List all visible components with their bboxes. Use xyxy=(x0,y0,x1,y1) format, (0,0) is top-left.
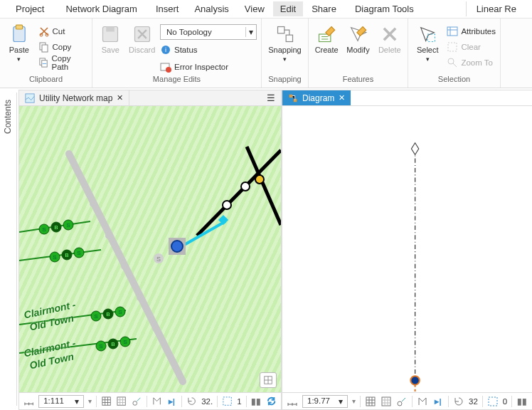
select-button[interactable]: Select ▾ xyxy=(413,21,442,63)
copy-path-button[interactable]: Copy Path xyxy=(38,56,88,70)
close-icon[interactable]: ✕ xyxy=(117,93,123,102)
snapping-toggle-icon[interactable] xyxy=(396,396,408,407)
discard-button[interactable]: Discard xyxy=(129,21,156,54)
attributes-button[interactable]: Attributes xyxy=(447,24,496,38)
menu-network-diagram[interactable]: Network Diagram xyxy=(55,1,147,16)
correction-icon[interactable] xyxy=(417,396,428,407)
chevron-down-icon: ▾ xyxy=(426,56,430,63)
menu-project[interactable]: Project xyxy=(6,1,54,16)
tab-diagram[interactable]: Diagram ✕ xyxy=(282,90,351,105)
next-icon[interactable]: ▸| xyxy=(166,396,177,407)
svg-rect-71 xyxy=(102,397,110,405)
menu-linear-ref[interactable]: Linear Re xyxy=(466,1,526,16)
menu-edit[interactable]: Edit xyxy=(273,1,303,16)
snapping-icon xyxy=(275,24,295,44)
snapping-toggle-icon[interactable] xyxy=(132,396,142,407)
diagram-tabbar: Diagram ✕ ☰ xyxy=(282,90,532,106)
svg-point-73 xyxy=(132,401,137,406)
zoom-to-icon xyxy=(447,57,458,68)
svg-text:S: S xyxy=(99,343,102,349)
svg-text:S: S xyxy=(123,339,127,345)
menu-analysis[interactable]: Analysis xyxy=(187,1,235,16)
pause-icon[interactable]: ▮▮ xyxy=(516,396,528,407)
scale-bar-icon[interactable] xyxy=(23,396,34,407)
clear-icon xyxy=(447,41,458,53)
select-icon xyxy=(417,24,437,44)
ribbon-group-snapping: Snapping ▾ Snapping xyxy=(262,19,309,88)
chevron-down-icon: ▾ xyxy=(17,56,21,63)
scale-input[interactable]: 1:9.77▾ xyxy=(302,395,348,408)
tab-menu-button[interactable]: ☰ xyxy=(261,93,281,103)
map-view-pane: Utility Network map ✕ ☰ xyxy=(18,90,282,410)
close-icon[interactable]: ✕ xyxy=(339,93,345,102)
contents-label: Contents xyxy=(3,100,13,134)
contents-panel-collapsed[interactable]: Contents xyxy=(0,93,17,406)
svg-text:S: S xyxy=(66,222,70,228)
copy-button[interactable]: Copy xyxy=(38,40,88,54)
zoom-to-button[interactable]: Zoom To xyxy=(447,56,496,70)
svg-point-28 xyxy=(121,263,128,270)
svg-point-16 xyxy=(166,67,171,73)
svg-point-78 xyxy=(410,376,419,384)
map-canvas[interactable]: S S B S S B S S B S xyxy=(19,106,281,392)
svg-point-30 xyxy=(152,325,159,332)
svg-point-39 xyxy=(171,241,183,252)
selection-count: 0 xyxy=(503,397,507,406)
chevron-down-icon: ▾ xyxy=(245,27,256,37)
svg-text:S: S xyxy=(94,313,97,320)
selection-count-icon[interactable] xyxy=(487,396,499,407)
scale-bar-icon[interactable] xyxy=(287,396,298,407)
menu-insert[interactable]: Insert xyxy=(149,1,186,16)
diagram-icon xyxy=(288,93,298,103)
attributes-icon xyxy=(447,26,458,37)
status-icon: i xyxy=(160,44,171,56)
rotation-left: 32 xyxy=(469,397,478,406)
error-inspector-button[interactable]: Error Inspector xyxy=(160,60,257,74)
cut-button[interactable]: Cut xyxy=(38,24,88,38)
svg-text:S: S xyxy=(156,256,161,263)
clear-button[interactable]: Clear xyxy=(447,40,496,54)
scale-input[interactable]: 1:111▾ xyxy=(38,395,84,408)
snapping-button[interactable]: Snapping ▾ xyxy=(266,21,304,63)
tab-menu-button[interactable]: ☰ xyxy=(528,93,532,103)
tab-utility-network-map[interactable]: Utility Network map ✕ xyxy=(19,90,129,105)
status-button[interactable]: i Status xyxy=(160,43,257,57)
pause-icon[interactable]: ▮▮ xyxy=(251,396,262,407)
topology-select[interactable]: No Topology ▾ xyxy=(160,24,257,40)
menu-view[interactable]: View xyxy=(238,1,272,16)
modify-button[interactable]: Modify xyxy=(344,21,371,54)
rotate-icon[interactable] xyxy=(453,396,464,407)
copy-path-icon xyxy=(38,57,49,68)
svg-point-29 xyxy=(137,294,144,301)
basemap-icon[interactable] xyxy=(365,396,376,407)
ribbon-group-features: Create Modify Delete Features xyxy=(309,19,408,88)
paste-button[interactable]: Paste ▾ xyxy=(4,21,34,63)
svg-point-82 xyxy=(398,401,402,406)
correction-icon[interactable] xyxy=(151,396,162,407)
ribbon: Paste ▾ Cut Copy Copy Path Clipboard xyxy=(0,19,532,88)
next-icon[interactable]: ▸| xyxy=(432,396,444,407)
copy-icon xyxy=(38,41,50,53)
refresh-icon[interactable] xyxy=(266,396,277,407)
svg-rect-18 xyxy=(286,35,292,41)
group-label-manage: Manage Edits xyxy=(97,75,257,86)
svg-text:B: B xyxy=(65,252,68,258)
svg-rect-5 xyxy=(42,45,48,52)
svg-point-26 xyxy=(90,200,97,207)
menu-share[interactable]: Share xyxy=(304,1,344,16)
grid-icon[interactable] xyxy=(381,396,392,407)
diagram-canvas[interactable] xyxy=(282,106,532,392)
create-button[interactable]: Create xyxy=(313,21,340,54)
svg-rect-80 xyxy=(366,397,375,406)
modify-icon xyxy=(348,24,368,44)
map-overlay-button[interactable] xyxy=(260,372,277,388)
svg-text:B: B xyxy=(106,311,110,317)
selection-count-icon[interactable] xyxy=(222,396,233,407)
rotate-icon[interactable] xyxy=(186,396,197,407)
save-button[interactable]: Save xyxy=(97,21,124,54)
menu-diagram-tools[interactable]: Diagram Tools xyxy=(345,1,424,16)
svg-text:S: S xyxy=(53,254,56,261)
delete-button[interactable]: Delete xyxy=(376,21,403,54)
grid-icon[interactable] xyxy=(116,396,127,407)
basemap-icon[interactable] xyxy=(101,396,112,407)
